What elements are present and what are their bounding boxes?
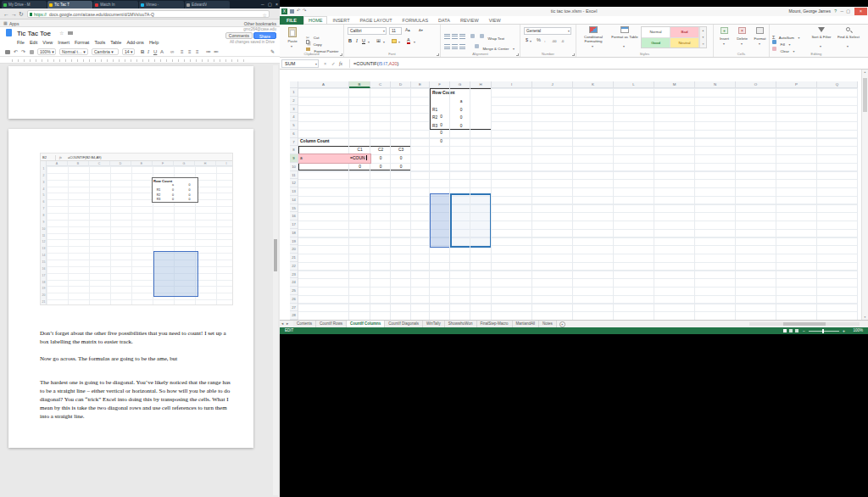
ribbon-tab-home[interactable]: HOME	[303, 16, 328, 25]
formula-input[interactable]: =COUNTIF(I5:I7,A20)	[349, 59, 865, 68]
maximize-button[interactable]: ▢	[268, 2, 272, 7]
sheet-nav-left-icon[interactable]: ◂	[281, 321, 283, 327]
zoom-select[interactable]: 100% ▾	[37, 48, 56, 55]
cancel-button[interactable]: ×	[324, 59, 326, 68]
menu-file[interactable]: File	[17, 39, 25, 47]
number-format-select[interactable]: General▾	[524, 27, 571, 35]
shrink-font-button[interactable]: A▾	[419, 28, 423, 32]
paint-format-icon[interactable]	[30, 50, 34, 54]
row-header-5[interactable]: 5	[290, 121, 298, 130]
document-page-prev[interactable]	[8, 66, 253, 119]
column-header-d[interactable]: D	[391, 81, 411, 88]
apps-label[interactable]: Apps	[9, 21, 19, 26]
conditional-formatting-dropdown[interactable]: ▾	[592, 44, 593, 48]
row-header-21[interactable]: 21	[290, 254, 298, 262]
zoom-slider[interactable]	[809, 331, 839, 332]
sheet-tab-martiandall[interactable]: MartiandAll	[513, 321, 540, 327]
row-header-6[interactable]: 6	[290, 130, 298, 138]
currency-dropdown[interactable]: ▾	[530, 39, 531, 43]
menu-format[interactable]: Format	[75, 39, 89, 47]
zoom-out-button[interactable]: −	[803, 327, 805, 334]
align-left-icon[interactable]: ≡	[181, 47, 184, 57]
row-header-17[interactable]: 17	[290, 221, 298, 229]
edit-mode-pencil-icon[interactable]: ✎	[270, 47, 275, 57]
menu-table[interactable]: Table	[110, 39, 121, 47]
name-box[interactable]: SUM ▾	[281, 59, 319, 68]
doc-scrollbar[interactable]	[273, 65, 278, 495]
row-header-22[interactable]: 22	[290, 262, 298, 271]
column-header-m[interactable]: M	[654, 81, 695, 88]
sheet-tab-countif-rows[interactable]: CountIf Rows	[316, 321, 347, 327]
menu-insert[interactable]: Insert	[58, 39, 70, 47]
enter-button[interactable]: ✓	[331, 59, 336, 68]
insert-function-button[interactable]: fx	[339, 59, 342, 68]
minimize-button[interactable]: ─	[261, 2, 264, 7]
column-header-o[interactable]: O	[736, 81, 776, 88]
document-page[interactable]: B2 fx =COUNTIF(B2:B4,A9) ABCDEFGHI 12345…	[8, 129, 253, 448]
excel-minimize-button[interactable]: ─	[840, 8, 843, 14]
browser-tab-tic-tac-t[interactable]: Tic Tac T	[47, 1, 92, 8]
column-header-i[interactable]: I	[492, 81, 532, 88]
row-header-23[interactable]: 23	[290, 271, 298, 279]
close-button[interactable]: ×	[275, 2, 278, 7]
row-header-10[interactable]: 10	[290, 163, 298, 171]
other-bookmarks[interactable]: Other bookmarks	[244, 21, 276, 26]
row-header-27[interactable]: 27	[290, 304, 298, 312]
row-header-25[interactable]: 25	[290, 287, 298, 295]
undo-icon[interactable]: ↶	[14, 47, 18, 57]
vscroll-down-icon[interactable]: ▾	[862, 316, 868, 319]
user-name[interactable]: Mount, George James	[789, 8, 831, 14]
undo-icon[interactable]: ↶	[297, 8, 300, 13]
comments-button[interactable]: Comments	[225, 32, 253, 39]
move-folder-icon[interactable]	[68, 31, 73, 35]
format-dropdown[interactable]: ▾	[759, 42, 760, 46]
omnibox[interactable]: https:// docs.google.com/a/case.edu/docu…	[27, 10, 270, 18]
menu-tools[interactable]: Tools	[94, 39, 105, 47]
redo-icon[interactable]: ↷	[21, 47, 25, 57]
gallery-down-icon[interactable]: ▾	[700, 34, 706, 41]
reload-button[interactable]: ↻	[19, 10, 24, 18]
font-size-select[interactable]: 14 ▾	[122, 48, 135, 55]
vscroll-up-icon[interactable]: ▴	[862, 70, 868, 74]
align-right-icon[interactable]: ≡	[196, 47, 199, 57]
delete-dropdown[interactable]: ▾	[741, 42, 743, 46]
column-header-n[interactable]: N	[695, 81, 736, 88]
row-header-26[interactable]: 26	[290, 295, 298, 304]
gallery-more-icon[interactable]: ≡	[700, 41, 706, 47]
column-header-q[interactable]: Q	[817, 81, 858, 88]
view-page-break-icon[interactable]	[795, 329, 798, 332]
row-header-20[interactable]: 20	[290, 245, 298, 254]
sheet-tab-contents[interactable]: Contents	[293, 321, 316, 327]
cell-style-bad[interactable]: Bad	[670, 27, 699, 38]
view-normal-icon[interactable]	[783, 329, 787, 332]
select-all-corner[interactable]	[290, 81, 298, 88]
font-select[interactable]: Cambria ▾	[92, 48, 119, 55]
column-header-l[interactable]: L	[614, 81, 654, 88]
font-size-select[interactable]: 11	[389, 27, 402, 35]
row-header-8[interactable]: 8	[290, 146, 298, 154]
doc-scrollbar-thumb[interactable]	[274, 239, 277, 271]
sheet-tab-countif-diagonals[interactable]: CountIf Diagonals	[385, 321, 423, 327]
row-header-11[interactable]: 11	[290, 171, 298, 180]
clipboard-dialog-launcher[interactable]	[340, 53, 342, 56]
row-header-18[interactable]: 18	[290, 229, 298, 237]
font-name-dropdown[interactable]: ▾	[383, 29, 385, 35]
redo-icon[interactable]: ↷	[303, 8, 306, 13]
docs-logo-icon[interactable]	[6, 29, 12, 36]
grid[interactable]: Row Count a0R100R200R300 Column Count C1…	[298, 88, 858, 320]
font-dialog-launcher[interactable]	[437, 53, 439, 56]
column-header-e[interactable]: E	[411, 81, 430, 88]
vscroll-thumb[interactable]	[863, 78, 867, 112]
menu-help[interactable]: Help	[149, 39, 159, 47]
sheet-tab-notes[interactable]: Notes	[539, 321, 557, 327]
browser-tab-edwardv[interactable]: EdwardV	[185, 1, 230, 8]
share-button[interactable]: Share	[253, 32, 276, 39]
row-header-3[interactable]: 3	[290, 105, 298, 114]
menu-view[interactable]: View	[42, 39, 53, 47]
browser-tab-vimeo-[interactable]: Vimeo -	[139, 1, 184, 8]
bookmark-star-icon[interactable]: ☆	[263, 12, 267, 18]
save-icon[interactable]	[290, 9, 294, 14]
excel-close-button[interactable]: ×	[854, 8, 867, 15]
print-icon[interactable]	[5, 50, 10, 54]
zoom-level[interactable]: 100%	[853, 327, 863, 334]
